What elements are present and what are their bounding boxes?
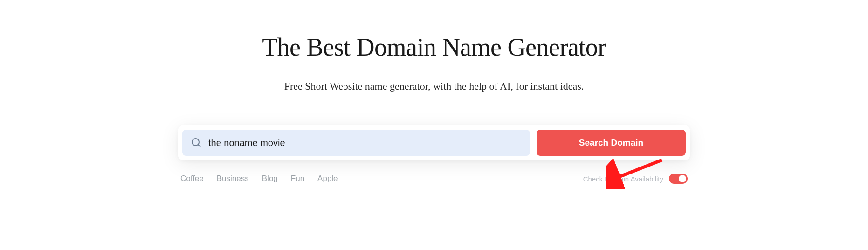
tag-blog[interactable]: Blog (262, 174, 278, 183)
page-subtitle: Free Short Website name generator, with … (178, 80, 690, 92)
tag-apple[interactable]: Apple (317, 174, 338, 183)
bottom-row: Coffee Business Blog Fun Apple Check Dom… (178, 174, 690, 184)
svg-line-1 (198, 145, 200, 147)
availability-toggle-wrap: Check Domain Availability (583, 174, 688, 184)
page-title: The Best Domain Name Generator (178, 33, 690, 62)
tag-business[interactable]: Business (217, 174, 249, 183)
svg-point-0 (192, 139, 199, 146)
suggestion-tags: Coffee Business Blog Fun Apple (180, 174, 338, 183)
toggle-knob (679, 175, 686, 182)
search-card: Search Domain (178, 125, 690, 160)
search-icon (191, 137, 202, 148)
tag-fun[interactable]: Fun (291, 174, 304, 183)
search-domain-button[interactable]: Search Domain (537, 130, 686, 156)
search-input[interactable] (208, 138, 522, 148)
tag-coffee[interactable]: Coffee (180, 174, 204, 183)
availability-toggle-label: Check Domain Availability (583, 175, 663, 183)
search-input-wrap (182, 130, 530, 156)
availability-toggle[interactable] (669, 174, 688, 184)
